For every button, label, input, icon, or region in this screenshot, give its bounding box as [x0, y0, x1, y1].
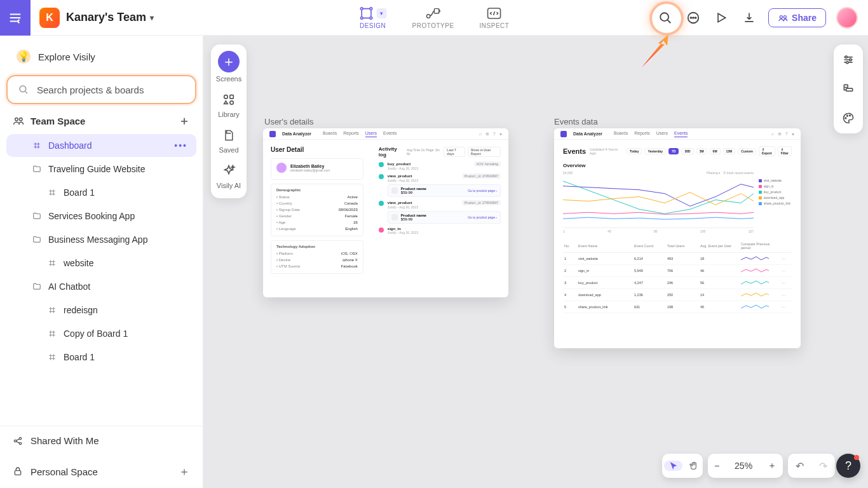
project-folder[interactable]: Business Messaging App	[6, 228, 196, 251]
lock-icon	[13, 466, 23, 477]
people-icon	[13, 115, 24, 126]
frame-users-details[interactable]: Data Analyzer Boards Reports Users Event…	[263, 128, 508, 297]
hamburger-button[interactable]	[0, 0, 31, 36]
team-space-header[interactable]: Team Space ＋	[0, 104, 203, 133]
tab-inspect[interactable]: INSPECT	[476, 3, 513, 32]
design-dropdown-icon[interactable]: ▾	[377, 8, 387, 18]
hand-tool[interactable]	[684, 461, 703, 471]
share-icon	[778, 13, 788, 23]
search-button[interactable]	[656, 9, 674, 27]
folder-icon	[32, 211, 42, 221]
board-icon	[47, 258, 57, 268]
profile-avatar	[276, 163, 287, 173]
mini-tab: Events	[674, 131, 688, 137]
share-button[interactable]: Share	[768, 8, 826, 27]
share-nodes-icon	[13, 436, 23, 446]
add-personal-button[interactable]: ＋	[179, 464, 190, 479]
board-item[interactable]: Copy of Board 1	[6, 322, 196, 345]
design-icon	[359, 6, 374, 21]
tab-prototype[interactable]: PROTOTYPE	[409, 3, 458, 32]
events-subtitle: Updated 4 hours ago	[590, 147, 623, 155]
svg-point-12	[695, 17, 696, 18]
project-folder[interactable]: AI Chatbot	[6, 275, 196, 298]
events-title: Events	[563, 147, 586, 155]
board-icon	[47, 187, 57, 198]
sidebar-search[interactable]: Search projects & boards	[6, 75, 196, 104]
demo-title: Demographic	[276, 188, 358, 192]
tech-title: Technology Adoption	[276, 245, 358, 248]
mini-header-2: Data Analyzer Boards Reports Users Event…	[554, 128, 801, 140]
explore-label: Explore Visily	[38, 51, 95, 62]
help-button[interactable]: ?	[836, 454, 860, 478]
mini-header-1: Data Analyzer Boards Reports Users Event…	[263, 128, 508, 140]
folder-icon	[32, 164, 42, 174]
mini-tab: Users	[656, 131, 668, 137]
zoom-control: − 25% ＋	[708, 454, 783, 478]
inspect-icon	[487, 6, 502, 21]
lightbulb-icon: 💡	[17, 50, 31, 64]
board-item[interactable]: redeisgn	[6, 299, 196, 322]
overview-title: Overview	[563, 163, 792, 168]
mini-tab: Users	[365, 131, 377, 137]
zoom-value[interactable]: 25%	[735, 461, 752, 471]
item-label: Dashboard	[48, 140, 92, 151]
download-button[interactable]	[740, 9, 758, 27]
frame-label-2[interactable]: Events data	[554, 117, 598, 126]
zoom-in-button[interactable]: ＋	[768, 460, 776, 471]
shared-with-me[interactable]: Shared With Me	[0, 426, 203, 455]
sidebar-footer: Shared With Me Personal Space ＋	[0, 426, 203, 488]
mini-logo-icon	[560, 131, 567, 137]
frame-events-data[interactable]: Data Analyzer Boards Reports Users Event…	[554, 128, 801, 348]
play-button[interactable]	[712, 9, 730, 27]
item-label: Board 1	[64, 352, 95, 362]
tab-design[interactable]: ▾ DESIGN	[355, 3, 391, 32]
user-detail-title: User Detail	[271, 146, 363, 153]
board-item[interactable]: website	[6, 252, 196, 274]
board-icon	[47, 329, 57, 339]
personal-space[interactable]: Personal Space ＋	[0, 455, 203, 488]
activity-log-meta: Avg Time On Page: 3m 8s	[407, 148, 440, 156]
canvas[interactable]: User's details Events data Data Analyzer…	[203, 36, 868, 488]
svg-point-8	[660, 13, 668, 21]
project-folder[interactable]: Services Booking App	[6, 205, 196, 227]
personal-label: Personal Space	[31, 466, 98, 477]
frame-label-1[interactable]: User's details	[264, 117, 314, 126]
overview-chart: visit_websitesign_inbuy_productdownload_…	[563, 175, 754, 228]
svg-point-1	[360, 8, 363, 10]
mini-tab: Events	[383, 131, 397, 137]
add-project-button[interactable]: ＋	[179, 113, 190, 128]
mini-logo-icon	[269, 131, 276, 137]
filter-chip: Show in User Report	[468, 147, 501, 157]
cursor-mode-bar	[662, 454, 703, 478]
mini-tab: Reports	[634, 131, 650, 137]
search-placeholder: Search projects & boards	[37, 85, 144, 95]
zoom-out-button[interactable]: −	[714, 461, 719, 471]
svg-point-5	[426, 15, 430, 18]
filter-chip: Last 7 days	[444, 147, 465, 157]
board-icon	[47, 352, 57, 362]
more-icon[interactable]: •••	[174, 140, 187, 151]
mini-brand: Data Analyzer	[573, 132, 602, 136]
pointer-tool[interactable]	[664, 461, 682, 471]
folder-icon	[32, 281, 42, 292]
mode-tabs: ▾ DESIGN PROTOTYPE INSPECT	[355, 3, 513, 32]
svg-point-16	[15, 118, 18, 121]
team-space-label: Team Space	[31, 116, 85, 126]
tab-inspect-label: INSPECT	[480, 22, 510, 29]
explore-link[interactable]: 💡 Explore Visily	[6, 42, 196, 71]
user-avatar[interactable]	[836, 7, 858, 29]
svg-rect-21	[15, 471, 20, 475]
board-item[interactable]: Dashboard•••	[6, 134, 196, 157]
shared-label: Shared With Me	[31, 435, 99, 446]
svg-point-4	[370, 17, 372, 20]
comments-button[interactable]	[684, 9, 702, 27]
search-icon	[18, 84, 29, 95]
svg-point-15	[20, 86, 26, 92]
team-switcher[interactable]: Kanary's Team ▾	[66, 11, 154, 24]
project-folder[interactable]: Traveling Guide Website	[6, 158, 196, 180]
svg-point-14	[783, 15, 786, 18]
board-item[interactable]: Board 1	[6, 346, 196, 369]
board-item[interactable]: Board 1	[6, 181, 196, 204]
redo-button[interactable]: ↷	[819, 460, 827, 472]
undo-button[interactable]: ↶	[796, 460, 804, 472]
